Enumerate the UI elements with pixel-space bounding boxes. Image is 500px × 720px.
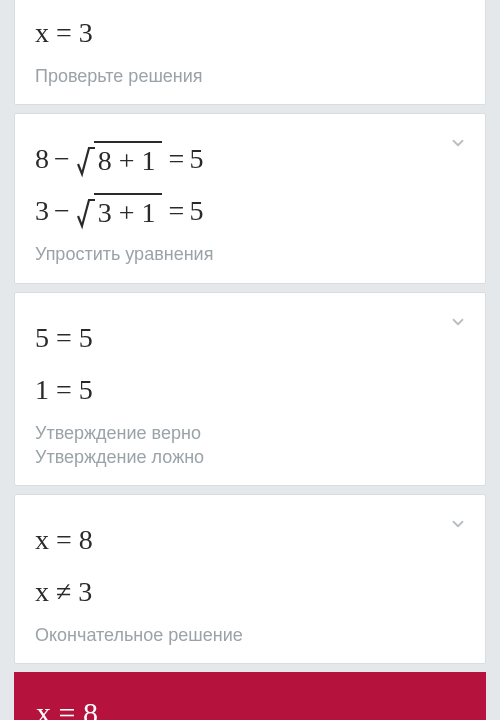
step-caption: Утверждение верно Утверждение ложно <box>35 421 465 470</box>
chevron-down-icon <box>449 313 467 331</box>
radical-icon <box>77 196 95 230</box>
chevron-down-icon <box>449 515 467 533</box>
term: 5 <box>189 190 203 232</box>
equation-line: 8 − 8 + 1 = 5 <box>35 138 465 180</box>
step-card-solutions: x = 3 Проверьте решения <box>14 0 486 105</box>
radical-icon <box>77 144 95 178</box>
expand-toggle[interactable] <box>449 515 467 533</box>
equation-text: 1 = 5 <box>35 369 93 411</box>
radicand: 8 + 1 <box>94 141 162 178</box>
equation-text: x = 3 <box>35 12 93 54</box>
term: 8 <box>35 138 49 180</box>
caption-line: Утверждение ложно <box>35 447 204 467</box>
step-card-verify: 5 = 5 1 = 5 Утверждение верно Утверждени… <box>14 292 486 487</box>
equation-line: 5 = 5 <box>35 317 465 359</box>
step-card-final: x = 8 x ≠ 3 Окончательное решение <box>14 494 486 664</box>
equation-line: 1 = 5 <box>35 369 465 411</box>
minus-op: − <box>54 138 70 180</box>
term: 5 <box>189 138 203 180</box>
equation-line: x = 3 <box>35 12 465 54</box>
equals-op: = <box>169 190 185 232</box>
expand-toggle[interactable] <box>449 134 467 152</box>
equation-text: x ≠ 3 <box>35 571 92 613</box>
final-answer-bar: x = 8 <box>14 672 486 720</box>
expand-toggle[interactable] <box>449 313 467 331</box>
step-caption: Проверьте решения <box>35 64 465 88</box>
step-caption: Упростить уравнения <box>35 242 465 266</box>
step-caption: Окончательное решение <box>35 623 465 647</box>
equation-line: x = 8 <box>35 519 465 561</box>
sqrt-expression: 3 + 1 <box>77 193 162 230</box>
equation-text: x = 8 <box>35 519 93 561</box>
chevron-down-icon <box>449 134 467 152</box>
step-card-substitute: 8 − 8 + 1 = 5 3 − 3 + 1 = 5 Упростить <box>14 113 486 283</box>
equation-line: 3 − 3 + 1 = 5 <box>35 190 465 232</box>
radicand: 3 + 1 <box>94 193 162 230</box>
equation-text: 5 = 5 <box>35 317 93 359</box>
caption-line: Утверждение верно <box>35 423 201 443</box>
final-answer-text: x = 8 <box>36 696 98 720</box>
sqrt-expression: 8 + 1 <box>77 141 162 178</box>
minus-op: − <box>54 190 70 232</box>
equation-line: x ≠ 3 <box>35 571 465 613</box>
term: 3 <box>35 190 49 232</box>
equals-op: = <box>169 138 185 180</box>
